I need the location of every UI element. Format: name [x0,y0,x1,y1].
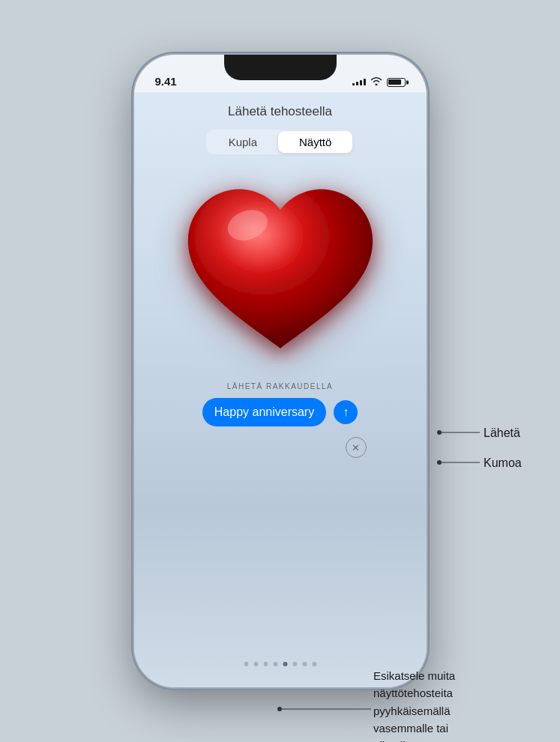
page-dot [244,662,248,666]
signal-bars-icon [352,79,366,85]
message-text: Happy anniversary [214,405,314,418]
annotation-send-label: Lähetä [484,426,520,440]
svg-point-1 [437,430,442,435]
page-dot [253,662,258,666]
page-dot [273,662,277,666]
page-dot [312,662,316,666]
message-bubble: Happy anniversary [202,398,326,426]
heart-animation [160,166,400,376]
status-icons [352,76,406,88]
send-arrow-icon: ↑ [343,406,349,418]
svg-point-3 [437,460,442,465]
page-dot [263,662,268,666]
phone-frame: 9.41 Lähetä tehosteella [134,55,427,687]
header: Lähetä tehosteella [228,92,332,119]
annotation-cancel-label: Kumoa [484,456,522,470]
page-dot [302,662,307,666]
message-row: Happy anniversary ↑ [202,398,358,426]
cancel-button[interactable]: ✕ [346,437,367,458]
page-dot [292,662,297,666]
notch [224,55,337,80]
tab-naytto[interactable]: Näyttö [278,131,352,153]
screen: Lähetä tehosteella Kupla Näyttö [134,92,427,687]
screen-title: Lähetä tehosteella [228,104,332,118]
cancel-icon: ✕ [352,442,360,453]
heart-svg [175,174,385,369]
wifi-icon [370,76,382,88]
tab-kupla[interactable]: Kupla [208,131,278,153]
send-button[interactable]: ↑ [334,400,358,424]
page-indicator [244,662,316,666]
tab-bar: Kupla Näyttö [206,130,355,154]
send-with-love-label: LÄHETÄ RAKKAUDELLA [227,382,334,390]
page-dot-active [283,662,287,666]
status-time: 9.41 [155,75,177,88]
svg-point-5 [277,707,282,711]
battery-icon [387,78,406,87]
